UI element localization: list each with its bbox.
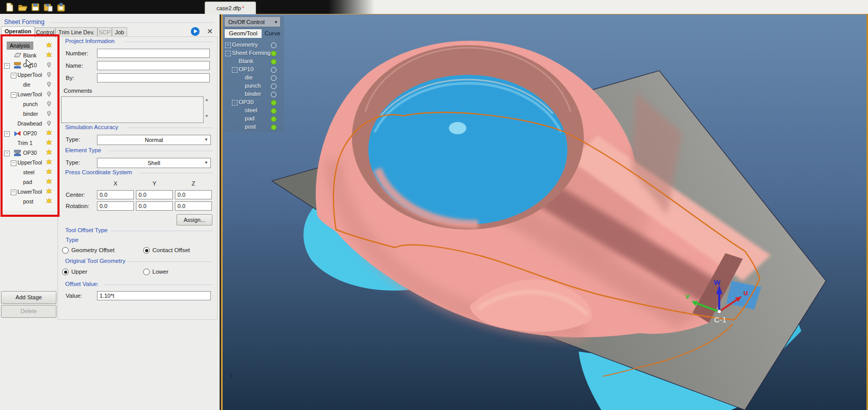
visibility-bulb-icon-on[interactable] xyxy=(46,130,52,136)
tree-item-lowertool[interactable]: −LowerTool xyxy=(3,90,56,99)
visibility-bulb-icon-on[interactable] xyxy=(46,178,52,185)
tab-operation[interactable]: Operation xyxy=(1,26,35,37)
visibility-bulb-icon-off[interactable] xyxy=(46,91,52,97)
onoff-item-binder[interactable]: binder xyxy=(224,90,283,98)
visibility-bulb-icon-on[interactable] xyxy=(46,159,52,166)
onoff-item-geometry[interactable]: +Geometry xyxy=(224,41,283,49)
tab-job[interactable]: Job xyxy=(112,27,127,37)
offset-value-field[interactable] xyxy=(97,291,211,300)
visibility-bulb-icon-on[interactable] xyxy=(46,52,52,58)
onoff-item-die[interactable]: die xyxy=(224,74,283,82)
upper-radio[interactable] xyxy=(62,269,69,275)
onoff-item-steel[interactable]: steel xyxy=(224,107,283,115)
state-circle-on[interactable] xyxy=(271,59,277,65)
state-circle-off[interactable] xyxy=(271,43,277,48)
rotation-x-field[interactable] xyxy=(97,201,134,211)
number-field[interactable] xyxy=(97,49,210,58)
onoff-item-op10[interactable]: -OP10 xyxy=(224,66,283,74)
tree-item-op30[interactable]: −OP30 xyxy=(3,148,56,158)
run-button[interactable] xyxy=(191,27,200,36)
tab-control[interactable]: Control xyxy=(35,27,55,37)
center-z-field[interactable] xyxy=(175,190,212,199)
viewport-3d[interactable]: w u v C-1 z xyxy=(220,13,868,410)
tree-item-uppertool[interactable]: −UpperTool xyxy=(3,158,56,168)
state-circle-on[interactable] xyxy=(271,100,277,106)
visibility-bulb-icon-on[interactable] xyxy=(46,149,52,156)
collapse-icon[interactable]: − xyxy=(11,160,16,166)
collapse-icon[interactable]: - xyxy=(232,100,238,106)
visibility-bulb-icon-off[interactable] xyxy=(46,71,52,78)
tab-trim-line-dev-[interactable]: Trim Line Dev. xyxy=(55,27,97,37)
tab-curve[interactable]: Curve xyxy=(262,29,283,38)
collapse-icon[interactable]: - xyxy=(225,51,231,56)
onoff-item-sheet-forming[interactable]: -Sheet Forming xyxy=(224,49,283,57)
lower-radio[interactable] xyxy=(143,269,150,275)
collapse-icon[interactable]: − xyxy=(4,151,10,156)
tree-item-trim-1[interactable]: Trim 1 xyxy=(3,138,56,148)
onoff-item-op30[interactable]: -OP30 xyxy=(224,98,283,107)
rotation-z-field[interactable] xyxy=(175,201,212,211)
import-project-icon[interactable] xyxy=(56,2,66,12)
onoff-control-dropdown[interactable]: On/Off Control ▼ xyxy=(224,16,281,27)
state-circle-off[interactable] xyxy=(271,84,277,89)
collapse-icon[interactable]: − xyxy=(11,190,16,195)
visibility-bulb-icon-on[interactable] xyxy=(46,198,52,204)
state-circle-off[interactable] xyxy=(271,75,277,81)
collapse-icon[interactable]: − xyxy=(11,92,16,98)
visibility-bulb-icon-on[interactable] xyxy=(46,139,52,146)
name-field[interactable] xyxy=(97,61,210,70)
close-icon[interactable]: ✕ xyxy=(206,27,214,35)
state-circle-off[interactable] xyxy=(271,92,277,97)
visibility-bulb-icon-off[interactable] xyxy=(46,120,52,127)
tree-item-op10[interactable]: −OP10 xyxy=(3,60,56,70)
comments-field[interactable] xyxy=(61,96,204,123)
geometry-offset-radio[interactable] xyxy=(62,247,69,254)
tree-item-op20[interactable]: −OP20 xyxy=(3,129,56,138)
state-circle-on[interactable] xyxy=(271,108,277,114)
tree-item-binder[interactable]: binder xyxy=(3,109,56,119)
tree-item-punch[interactable]: punch xyxy=(3,99,56,109)
tree-item-lowertool[interactable]: −LowerTool xyxy=(3,187,56,197)
add-stage-button[interactable]: Add Stage xyxy=(1,291,56,304)
delete-button[interactable]: Delete xyxy=(1,305,56,318)
visibility-bulb-icon-off[interactable] xyxy=(46,61,52,68)
collapse-icon[interactable]: − xyxy=(11,73,16,78)
state-circle-on[interactable] xyxy=(271,51,277,56)
tab-geom-tool[interactable]: Geom/Tool xyxy=(225,29,262,38)
simulation-accuracy-dropdown[interactable]: Normal ▼ xyxy=(97,135,211,145)
center-x-field[interactable] xyxy=(97,190,134,199)
state-circle-on[interactable] xyxy=(271,116,277,122)
onoff-item-punch[interactable]: punch xyxy=(224,82,283,90)
state-circle-off[interactable] xyxy=(271,67,277,73)
onoff-item-pad[interactable]: pad xyxy=(224,115,283,123)
rotation-y-field[interactable] xyxy=(136,201,173,211)
visibility-bulb-icon-on[interactable] xyxy=(46,188,52,195)
tree-item-analysis[interactable]: Analysis xyxy=(3,41,56,51)
visibility-bulb-icon-on[interactable] xyxy=(46,169,52,175)
new-file-icon[interactable] xyxy=(5,2,15,12)
tree-item-blank[interactable]: Blank xyxy=(3,51,56,60)
contact-offset-radio[interactable] xyxy=(143,247,150,254)
tree-item-die[interactable]: die xyxy=(3,80,56,90)
document-tab[interactable]: case2.dfp* xyxy=(205,2,256,14)
visibility-bulb-icon-off[interactable] xyxy=(46,100,52,107)
by-field[interactable] xyxy=(97,73,210,83)
onoff-item-post[interactable]: post xyxy=(224,123,283,131)
tree-item-drawbead[interactable]: Drawbead xyxy=(3,119,56,129)
scroll-up-icon[interactable]: ▲ xyxy=(205,97,209,102)
collapse-icon[interactable]: - xyxy=(232,67,238,73)
expand-icon[interactable]: + xyxy=(225,43,231,48)
collapse-icon[interactable]: − xyxy=(4,131,10,137)
assign-button[interactable]: Assign... xyxy=(176,214,212,225)
visibility-bulb-icon-off[interactable] xyxy=(46,81,52,88)
center-y-field[interactable] xyxy=(136,190,173,199)
tree-item-post[interactable]: post xyxy=(3,197,56,207)
tree-item-steel[interactable]: steel xyxy=(3,168,56,177)
element-type-dropdown[interactable]: Shell ▼ xyxy=(97,158,211,168)
visibility-bulb-icon-on[interactable] xyxy=(46,42,52,49)
tree-item-pad[interactable]: pad xyxy=(3,177,56,187)
save-file-icon[interactable] xyxy=(30,2,41,12)
visibility-bulb-icon-off[interactable] xyxy=(46,110,52,117)
collapse-icon[interactable]: − xyxy=(4,63,10,69)
open-file-icon[interactable] xyxy=(17,2,28,12)
